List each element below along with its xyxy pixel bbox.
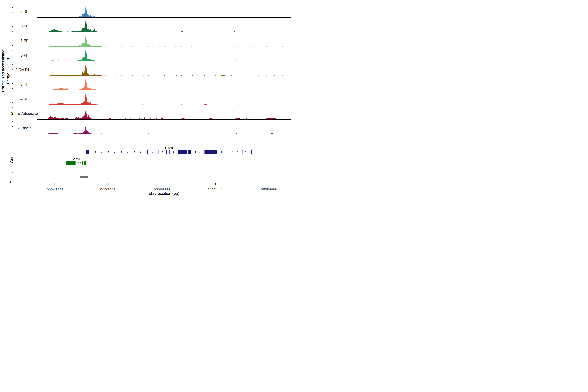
accessibility-area xyxy=(49,50,286,62)
y-axis xyxy=(12,6,13,136)
exon-box xyxy=(166,150,166,154)
track-label: 6 PF xyxy=(20,53,28,57)
exon-box xyxy=(251,150,252,154)
accessibility-area xyxy=(48,126,288,134)
exon-box xyxy=(170,150,170,154)
track-label: 0 RF xyxy=(20,82,28,86)
signal-track: 4 RF xyxy=(20,93,291,105)
accessibility-area xyxy=(49,6,283,18)
gene-label: Serp1 xyxy=(72,157,80,161)
genes-section-label: Genes xyxy=(10,152,14,163)
x-axis: 5852000058530000585400005855000058560000 xyxy=(37,183,291,191)
exon-box xyxy=(190,150,191,154)
exon-box xyxy=(86,150,88,154)
accessibility-area xyxy=(49,64,283,76)
x-axis-title: chr3 position (bp) xyxy=(149,191,179,196)
signal-track: 2 Div Fibro xyxy=(15,64,291,76)
accessibility-area xyxy=(48,79,284,90)
y-axis-label-line2: (range 0 - 220) xyxy=(6,58,10,84)
track-label: 2 Div Fibro xyxy=(15,68,34,72)
exon-box xyxy=(147,150,148,154)
peaks-track xyxy=(80,176,88,178)
signal-track: 8 Pre-Adipocyte xyxy=(11,111,291,120)
signal-track: 5 DP xyxy=(20,6,291,18)
peak-region-bar xyxy=(80,176,88,178)
signal-track: 1 PF xyxy=(20,36,291,47)
exon-box xyxy=(242,150,243,154)
y-axis-label-line1: Normalized accessibility xyxy=(1,50,5,92)
exon-box xyxy=(178,150,187,154)
signal-track: 0 RF xyxy=(20,79,291,90)
track-label: 8 Pre-Adipocyte xyxy=(11,112,38,116)
signal-track: 7 Fascia xyxy=(18,126,291,134)
signal-track: 6 PF xyxy=(20,50,291,62)
accessibility-area xyxy=(48,111,288,120)
genome-browser-figure: 5 DP3 PF1 PF6 PF2 Div Fibro0 RF4 RF8 Pre… xyxy=(0,0,294,196)
accessibility-area xyxy=(48,93,280,105)
track-label: 1 PF xyxy=(20,38,28,43)
exon-box xyxy=(204,150,217,154)
gene-model: Serp1 xyxy=(66,157,86,165)
exon-box xyxy=(88,150,89,154)
track-label: 4 RF xyxy=(20,97,28,101)
exon-box xyxy=(248,150,248,154)
chart-canvas: 5 DP3 PF1 PF6 PF2 Div Fibro0 RF4 RF8 Pre… xyxy=(0,0,294,196)
x-axis-tick-label: 58530000 xyxy=(100,187,116,191)
track-label: 7 Fascia xyxy=(18,126,32,130)
exon-box xyxy=(226,150,227,154)
exon-box xyxy=(66,161,76,165)
gene-label: Eif2a xyxy=(165,146,173,150)
track-label: 3 PF xyxy=(20,24,28,28)
x-axis-tick-label: 58550000 xyxy=(208,187,224,191)
accessibility-area xyxy=(49,36,283,47)
track-label: 5 DP xyxy=(20,10,28,14)
x-axis-tick-label: 58520000 xyxy=(47,187,63,191)
y-axis-label: Normalized accessibility (range 0 - 220) xyxy=(1,50,10,92)
accessibility-area xyxy=(48,20,288,32)
exon-box xyxy=(188,150,189,154)
exon-box xyxy=(82,161,83,165)
peaks-section-label: Peaks xyxy=(10,172,14,184)
x-axis-tick-label: 58560000 xyxy=(261,187,277,191)
exon-box xyxy=(84,161,86,165)
gene-model: Eif2a xyxy=(86,146,252,154)
x-axis-tick-label: 58540000 xyxy=(154,187,170,191)
signal-track: 3 PF xyxy=(20,20,291,32)
exon-box xyxy=(158,150,158,154)
